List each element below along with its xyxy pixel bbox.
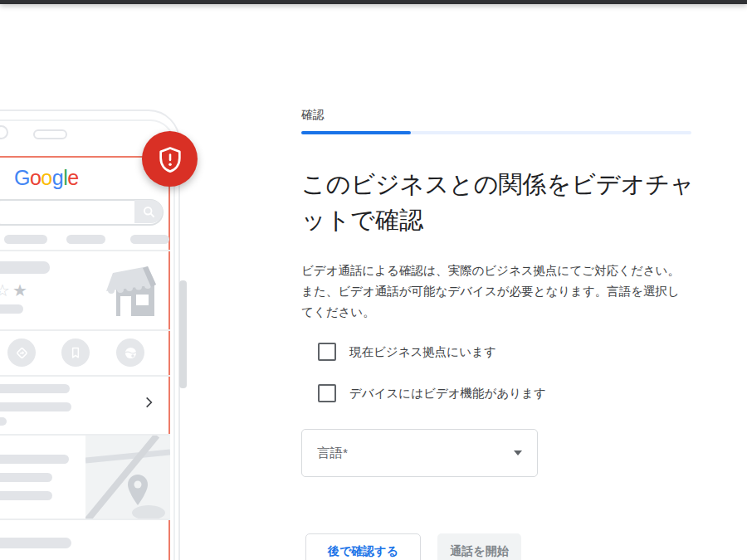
checkbox-video-capable[interactable] [318, 384, 336, 402]
address-line-placeholder [0, 473, 52, 482]
search-icon [134, 200, 163, 223]
logo-letter: o [30, 166, 41, 189]
page-title-line: このビジネスとの関係をビデオチャ [301, 167, 708, 202]
divider [0, 250, 170, 251]
address-line-placeholder [0, 491, 52, 500]
language-select[interactable]: 言語* [301, 429, 538, 477]
checkbox-row-video-capable[interactable]: デバイスにはビデオ機能があります [318, 384, 546, 402]
verification-alert-badge [142, 131, 198, 187]
verify-later-button[interactable]: 後で確認する [305, 533, 421, 560]
footer-line-placeholder [0, 538, 71, 548]
logo-letter: G [14, 166, 30, 189]
map-thumbnail [85, 436, 170, 519]
directions-icon [7, 338, 36, 367]
instructions-text: ビデオ通話による確認は、実際のビジネス拠点にてご対応ください。 また、ビデオ通話… [301, 261, 700, 323]
placeholder-chip [4, 235, 47, 244]
verification-page: Google ☆★ [0, 0, 747, 560]
instructions-line: ビデオ通話による確認は、実際のビジネス拠点にてご対応ください。 [301, 261, 700, 281]
phone-side-button [179, 280, 187, 388]
search-bar [0, 199, 164, 226]
page-title-line: ットで確認 [301, 202, 708, 238]
start-call-button[interactable]: 通話を開始 [437, 533, 521, 560]
divider [0, 519, 170, 520]
google-logo: Google [14, 166, 79, 190]
language-select-label: 言語* [317, 445, 348, 462]
address-line-placeholder [0, 455, 69, 464]
business-name-placeholder [0, 261, 50, 274]
page-title: このビジネスとの関係をビデオチャ ットで確認 [301, 167, 708, 238]
rating-count-placeholder [0, 304, 23, 314]
progress-bar [301, 131, 691, 134]
rating-stars: ☆★ [0, 280, 30, 300]
storefront-icon [106, 263, 158, 317]
progress-bar-fill [301, 131, 411, 134]
placeholder-chip [130, 235, 169, 244]
placeholder-chip [66, 235, 105, 244]
checkbox-label: 現在ビジネス拠点にいます [349, 344, 496, 360]
checkbox-at-location[interactable] [318, 343, 336, 361]
shield-alert-icon [156, 145, 184, 173]
stepper-label: 確認 [301, 108, 325, 123]
checkbox-row-at-location[interactable]: 現在ビジネス拠点にいます [318, 343, 496, 361]
chevron-right-icon [143, 396, 155, 409]
globe-icon [116, 338, 144, 367]
instructions-line: また、ビデオ通話が可能なデバイスが必要となります。言語を選択し [301, 281, 700, 302]
star-icon: ☆ [0, 281, 12, 299]
bookmark-icon [61, 338, 90, 367]
window-top-bar [0, 0, 747, 4]
star-icon: ★ [12, 281, 30, 299]
checkbox-label: デバイスにはビデオ機能があります [349, 386, 546, 402]
instructions-line: てください。 [301, 302, 700, 323]
info-line-placeholder [0, 384, 70, 393]
info-line-placeholder [0, 402, 71, 411]
logo-letter: e [67, 166, 78, 189]
logo-letter: o [41, 166, 51, 189]
divider [0, 329, 170, 331]
divider [0, 375, 170, 377]
phone-speaker-icon [33, 129, 67, 139]
dropdown-arrow-icon [514, 450, 522, 455]
logo-letter: g [52, 166, 63, 189]
